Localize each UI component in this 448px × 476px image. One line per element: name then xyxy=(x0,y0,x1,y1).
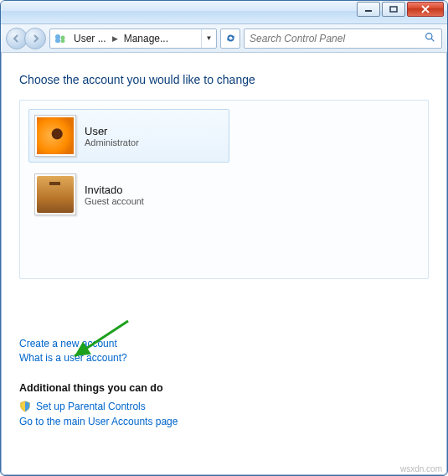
minimize-button[interactable] xyxy=(357,2,380,17)
account-links: Create a new account What is a user acco… xyxy=(19,338,429,364)
shield-icon xyxy=(19,401,31,412)
chevron-right-icon: ▶ xyxy=(110,34,121,43)
additional-section: Additional things you can do Set up Pare… xyxy=(19,382,429,427)
refresh-button[interactable] xyxy=(220,28,240,49)
search-input[interactable] xyxy=(248,32,422,45)
svg-point-4 xyxy=(61,35,65,39)
user-accounts-icon xyxy=(52,30,69,47)
parental-controls-link[interactable]: Set up Parental Controls xyxy=(36,401,146,412)
arrow-right-icon xyxy=(31,34,39,43)
refresh-icon xyxy=(225,33,236,44)
main-accounts-link[interactable]: Go to the main User Accounts page xyxy=(19,416,178,427)
address-dropdown[interactable]: ▼ xyxy=(201,29,216,48)
navigation-row: User ... ▶ Manage... ▼ xyxy=(1,24,447,53)
what-is-account-link[interactable]: What is a user account? xyxy=(19,352,429,364)
suitcase-icon xyxy=(37,176,74,213)
account-name: Invitado xyxy=(85,184,144,196)
svg-rect-5 xyxy=(61,39,65,43)
svg-rect-3 xyxy=(55,39,60,43)
close-button[interactable] xyxy=(407,2,444,17)
accounts-panel: User Administrator Invitado Guest accoun… xyxy=(19,100,429,279)
account-role: Guest account xyxy=(85,196,144,206)
search-icon[interactable] xyxy=(422,32,438,45)
arrow-left-icon xyxy=(13,34,21,43)
account-text: Invitado Guest account xyxy=(85,184,144,206)
flower-icon xyxy=(37,117,74,154)
account-role: Administrator xyxy=(85,137,139,147)
parental-controls-line: Set up Parental Controls xyxy=(19,401,429,412)
page-heading: Choose the account you would like to cha… xyxy=(19,73,429,86)
breadcrumb-seg-2[interactable]: Manage... xyxy=(121,33,172,44)
account-item-invitado[interactable]: Invitado Guest account xyxy=(28,168,229,221)
svg-rect-1 xyxy=(390,7,397,12)
additional-heading: Additional things you can do xyxy=(19,382,429,394)
avatar xyxy=(34,173,76,215)
main-accounts-line: Go to the main User Accounts page xyxy=(19,416,429,427)
svg-point-6 xyxy=(426,33,432,39)
account-name: User xyxy=(85,125,139,137)
account-text: User Administrator xyxy=(85,125,139,147)
forward-button[interactable] xyxy=(24,28,46,49)
window-titlebar xyxy=(1,1,447,24)
svg-rect-0 xyxy=(365,10,372,12)
content-area: Choose the account you would like to cha… xyxy=(1,53,447,439)
address-bar[interactable]: User ... ▶ Manage... ▼ xyxy=(49,28,217,49)
account-item-user[interactable]: User Administrator xyxy=(28,109,229,163)
control-panel-window: User ... ▶ Manage... ▼ Choose the accoun… xyxy=(0,0,448,476)
window-controls xyxy=(357,2,444,17)
create-account-link[interactable]: Create a new account xyxy=(19,338,429,349)
breadcrumb-seg-1[interactable]: User ... xyxy=(70,33,110,44)
svg-line-7 xyxy=(431,39,434,41)
nav-buttons xyxy=(6,28,46,49)
watermark: wsxdn.com xyxy=(400,464,442,473)
maximize-button[interactable] xyxy=(382,2,405,17)
search-bar[interactable] xyxy=(244,28,442,49)
avatar xyxy=(34,115,76,157)
